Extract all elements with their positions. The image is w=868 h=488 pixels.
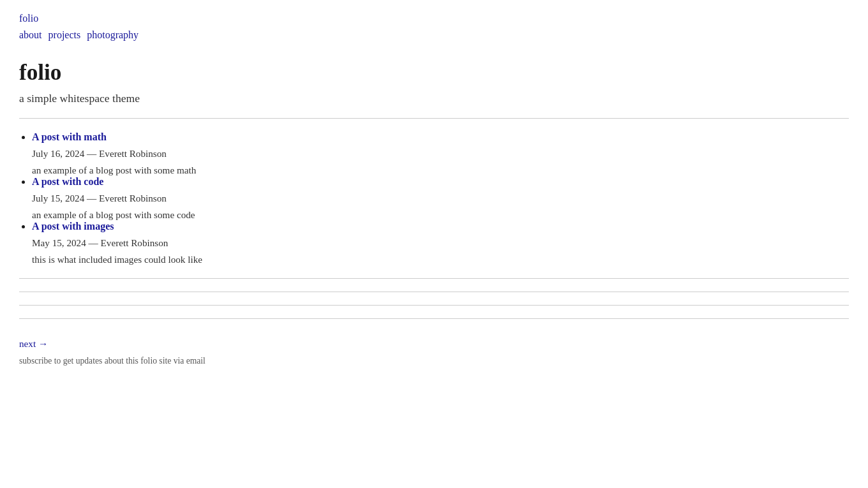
post-excerpt: this is what included images could look … — [32, 254, 849, 265]
post-meta: July 16, 2024 — Everett Robinson — [32, 148, 849, 159]
post-excerpt: an example of a blog post with some math — [32, 165, 849, 176]
top-divider — [19, 118, 849, 119]
page-title: folio — [19, 60, 849, 85]
post-meta: May 15, 2024 — Everett Robinson — [32, 237, 849, 249]
nav-photography[interactable]: photography — [87, 29, 138, 40]
pagination: next → — [19, 332, 849, 350]
bottom-divider — [19, 318, 849, 319]
nav-projects[interactable]: projects — [49, 29, 81, 40]
site-header: folio — [19, 13, 849, 24]
nav-about[interactable]: about — [19, 29, 42, 40]
post-list-item: A post with codeJuly 15, 2024 — Everett … — [32, 176, 849, 221]
post-meta: July 15, 2024 — Everett Robinson — [32, 193, 849, 204]
main-nav: aboutprojectsphotography — [19, 29, 849, 41]
post-divider — [19, 292, 849, 292]
footer-text: subscribe to get updates about this foli… — [19, 356, 849, 366]
page-subtitle: a simple whitespace theme — [19, 92, 849, 105]
post-divider — [19, 278, 849, 279]
post-list-item: A post with imagesMay 15, 2024 — Everett… — [32, 221, 849, 265]
post-list-item: A post with mathJuly 16, 2024 — Everett … — [32, 131, 849, 176]
post-list: A post with mathJuly 16, 2024 — Everett … — [19, 131, 849, 265]
post-title-link[interactable]: A post with math — [32, 131, 107, 142]
post-title-link[interactable]: A post with code — [32, 176, 103, 187]
post-excerpt: an example of a blog post with some code — [32, 209, 849, 221]
post-title-link[interactable]: A post with images — [32, 221, 114, 232]
post-divider — [19, 305, 849, 306]
site-title-link[interactable]: folio — [19, 13, 38, 24]
next-page-link[interactable]: next → — [19, 338, 48, 349]
